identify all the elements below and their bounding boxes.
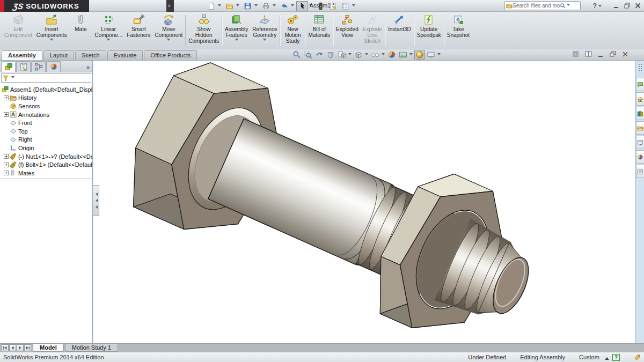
tab-layout[interactable]: Layout bbox=[43, 50, 74, 60]
custom-properties-button[interactable] bbox=[636, 165, 644, 178]
prev-tab-icon[interactable] bbox=[9, 344, 16, 351]
camera-options-icon[interactable] bbox=[426, 50, 436, 60]
tree-item-assembly-root[interactable]: Assem1 (Default<Default_Display bbox=[0, 85, 92, 94]
forum-button[interactable] bbox=[636, 78, 644, 91]
view-settings-icon[interactable] bbox=[414, 50, 425, 60]
view-palette-button[interactable] bbox=[636, 136, 644, 149]
reference-geometry-caret[interactable] bbox=[263, 39, 266, 42]
file-explorer-button[interactable] bbox=[636, 121, 644, 135]
assembly-features-caret[interactable] bbox=[235, 39, 238, 42]
mate-button[interactable]: Mate bbox=[69, 12, 92, 48]
panel-splitter-handle[interactable] bbox=[93, 185, 99, 216]
feature-manager-tree-tab[interactable] bbox=[1, 61, 16, 72]
take-snapshot-button[interactable]: Take Snapshot bbox=[445, 12, 472, 48]
expand-icon[interactable] bbox=[4, 112, 9, 117]
tree-item-annotations[interactable]: Annotations bbox=[0, 110, 92, 119]
reference-geometry-button[interactable]: Reference Geometry bbox=[250, 12, 279, 48]
help-button[interactable]: ? bbox=[593, 2, 597, 10]
expand-icon[interactable] bbox=[4, 154, 9, 159]
display-style-caret[interactable] bbox=[365, 53, 368, 57]
apply-scene-icon[interactable] bbox=[398, 50, 408, 60]
tree-item-front-plane[interactable]: Front bbox=[0, 119, 92, 127]
edit-appearance-icon[interactable] bbox=[386, 50, 397, 60]
apply-scene-caret[interactable] bbox=[409, 53, 413, 57]
smart-fasteners-button[interactable]: Smart Fasteners bbox=[125, 12, 152, 48]
tab-evaluate[interactable]: Evaluate bbox=[107, 50, 143, 60]
tree-item-top-plane[interactable]: Top bbox=[0, 127, 92, 136]
move-component-button[interactable]: Move Component bbox=[153, 12, 185, 48]
tree-item-right-plane[interactable]: Right bbox=[0, 136, 92, 144]
search-dropdown-caret[interactable] bbox=[567, 4, 570, 8]
exploded-view-button[interactable]: Exploded View bbox=[334, 12, 361, 48]
display-manager-tab[interactable] bbox=[46, 61, 61, 72]
filter-dropdown-caret[interactable] bbox=[11, 76, 14, 80]
tree-item-origin[interactable]: Origin bbox=[0, 144, 92, 152]
expand-icon[interactable] bbox=[4, 95, 9, 100]
last-tab-icon[interactable] bbox=[24, 344, 31, 351]
section-view-icon[interactable] bbox=[325, 50, 336, 60]
search-icon[interactable] bbox=[560, 3, 566, 9]
show-hidden-components-button[interactable]: Show Hidden Components bbox=[186, 12, 221, 48]
graphics-viewport[interactable] bbox=[93, 61, 635, 343]
appearances-button[interactable] bbox=[636, 150, 644, 164]
units-selector[interactable]: Custom bbox=[579, 354, 599, 360]
tree-item-history[interactable]: History bbox=[0, 94, 92, 102]
doc-close-icon[interactable] bbox=[622, 51, 629, 57]
insert-components-caret[interactable] bbox=[50, 39, 53, 42]
linear-component-pattern-button[interactable]: Linear Compone... bbox=[92, 12, 125, 48]
zoom-to-area-icon[interactable] bbox=[303, 50, 313, 60]
task-pane-grip[interactable] bbox=[639, 64, 642, 71]
tree-pane-split[interactable] bbox=[0, 179, 92, 179]
doc-restore-icon[interactable] bbox=[610, 51, 617, 57]
explode-line-sketch-button[interactable]: Explode Line Sketch bbox=[361, 12, 384, 48]
resources-button[interactable] bbox=[636, 92, 644, 106]
units-caret[interactable] bbox=[605, 355, 609, 360]
tree-item-sensors[interactable]: Sensors bbox=[0, 102, 92, 110]
zoom-to-fit-icon[interactable] bbox=[291, 50, 302, 60]
panel-expand-chevron[interactable]: » bbox=[86, 64, 90, 70]
restore-icon[interactable] bbox=[624, 3, 630, 9]
new-motion-study-button[interactable]: New Motion Study bbox=[281, 12, 304, 48]
quick-tip-help-button[interactable]: ? bbox=[612, 354, 620, 361]
tab-office-products[interactable]: Office Products bbox=[144, 50, 197, 60]
instant3d-button[interactable]: Instant3D bbox=[386, 12, 413, 48]
minimize-icon[interactable] bbox=[613, 3, 619, 9]
property-manager-tab[interactable] bbox=[16, 61, 31, 72]
search-input[interactable] bbox=[513, 3, 560, 9]
help-dropdown-caret[interactable] bbox=[598, 5, 602, 9]
hide-show-items-icon[interactable] bbox=[370, 50, 380, 60]
tab-assembly[interactable]: Assembly bbox=[2, 50, 42, 60]
assembly-features-button[interactable]: Assembly Features bbox=[223, 12, 250, 48]
hide-show-items-caret[interactable] bbox=[382, 53, 385, 57]
camera-options-caret[interactable] bbox=[437, 53, 441, 57]
tree-filter-bar[interactable] bbox=[1, 73, 91, 83]
design-library-button[interactable] bbox=[636, 107, 644, 120]
linear-component-pattern-caret[interactable] bbox=[107, 39, 110, 42]
tab-model[interactable]: Model bbox=[33, 344, 64, 352]
previous-view-icon[interactable] bbox=[314, 50, 325, 60]
doc-tile-icon[interactable] bbox=[585, 51, 592, 57]
view-orientation-caret[interactable] bbox=[348, 53, 352, 57]
tree-item-bolt1[interactable]: (f) Bolt<1> (Default<<Default bbox=[0, 160, 92, 169]
search-box[interactable] bbox=[504, 1, 581, 10]
next-tab-icon[interactable] bbox=[17, 344, 24, 351]
doc-cascade-icon[interactable] bbox=[573, 51, 580, 57]
tab-motion-study-1[interactable]: Motion Study 1 bbox=[65, 344, 118, 352]
configuration-manager-tab[interactable] bbox=[31, 61, 46, 72]
first-tab-icon[interactable] bbox=[2, 344, 9, 351]
doc-minimize-icon[interactable] bbox=[597, 51, 604, 57]
close-icon[interactable] bbox=[635, 3, 641, 9]
expand-icon[interactable] bbox=[4, 171, 9, 175]
display-style-icon[interactable] bbox=[353, 50, 364, 60]
view-orientation-icon[interactable] bbox=[336, 50, 347, 60]
expand-icon[interactable] bbox=[4, 162, 9, 167]
update-speedpak-button[interactable]: Update Speedpak bbox=[415, 12, 443, 48]
bolt-nut-3d-model[interactable] bbox=[93, 61, 635, 343]
tags-icon[interactable] bbox=[634, 354, 641, 361]
edit-component-button[interactable]: Edit Component bbox=[2, 12, 34, 48]
tree-item-mates[interactable]: Mates bbox=[0, 169, 92, 178]
bill-of-materials-button[interactable]: Bill of Materials bbox=[306, 12, 332, 48]
move-component-caret[interactable] bbox=[167, 39, 170, 42]
tab-sketch[interactable]: Sketch bbox=[75, 50, 106, 60]
insert-components-button[interactable]: Insert Components bbox=[34, 12, 69, 48]
